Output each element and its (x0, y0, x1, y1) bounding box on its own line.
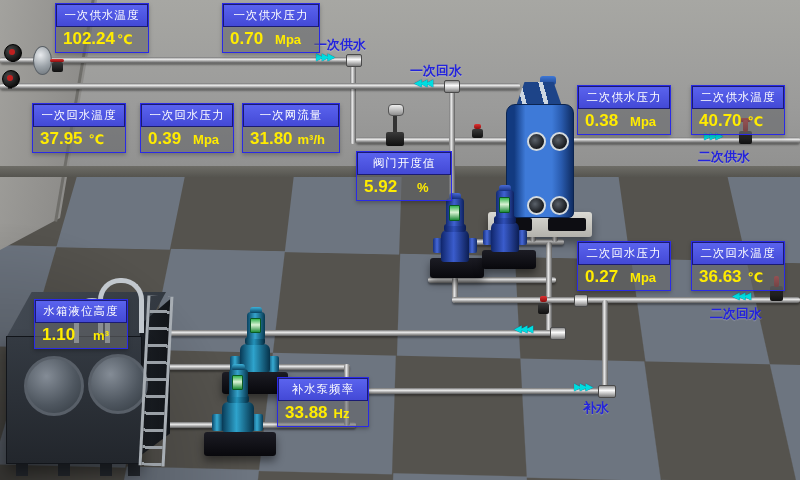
gauge-value: 36.63 (699, 267, 742, 287)
gauge-value: 1.10 (42, 325, 75, 345)
flow-arrow-left-icon: ◀◀◀ (732, 291, 749, 301)
gauge-primary-supply-temperature: 一次供水温度 102.24℃ (55, 3, 149, 53)
gauge-primary-supply-pressure: 一次供水压力 0.70Mpa (222, 3, 320, 53)
gauge-secondary-supply-temperature: 二次供水温度 40.70℃ (691, 85, 785, 135)
gauge-unit: ℃ (748, 114, 764, 129)
gauge-primary-return-pressure: 一次回水压力 0.39Mpa (140, 103, 234, 153)
control-valve-actuator (388, 104, 404, 116)
pipe-flange (444, 80, 460, 93)
flow-arrow-left-icon: ◀◀◀ (514, 324, 531, 334)
gauge-secondary-supply-pressure: 二次供水压力 0.38Mpa (577, 85, 671, 135)
gauge-label: 二次回水温度 (692, 242, 784, 265)
pump-nameplate (499, 197, 510, 213)
gauge-label: 一次回水压力 (141, 104, 233, 127)
gauge-label: 一次网流量 (243, 104, 339, 127)
small-valve (472, 129, 483, 138)
gauge-value: 5.92 (364, 177, 397, 197)
gauge-value: 0.38 (585, 111, 618, 131)
gauge-unit: ℃ (89, 132, 105, 147)
pipe-makeup (344, 388, 612, 394)
valve-handle (474, 124, 481, 129)
platform-pad (548, 218, 586, 231)
gauge-tank-level: 水箱液位高度 1.10m³ (34, 299, 128, 349)
pipe-primary-return (0, 83, 520, 89)
pump-flange (518, 230, 527, 245)
gauge-valve-opening: 阀门开度值 5.92% (356, 151, 452, 201)
pipe-makeup-riser (602, 300, 608, 392)
gauge-unit: Hz (334, 406, 350, 421)
pipe-return-drop (546, 242, 552, 334)
gauge-unit: Mpa (275, 32, 301, 47)
pipe-flange (574, 294, 588, 307)
pipe-valve-branch (356, 137, 528, 143)
gauge-unit: m³ (93, 328, 109, 343)
tank-flange (24, 356, 84, 416)
tank-flange (88, 354, 148, 414)
pipe-flange (550, 327, 566, 340)
gauge-label: 阀门开度值 (357, 152, 451, 175)
pump-cap (250, 307, 262, 313)
pipe-secondary-supply (560, 137, 800, 143)
ball-valve (52, 62, 63, 72)
pipe-label-secondary-return: 二次回水 (710, 305, 762, 323)
pump-nameplate (232, 375, 243, 390)
gauge-value: 33.88 (285, 403, 328, 423)
gauge-label: 二次供水温度 (692, 86, 784, 109)
valve-handle (540, 296, 547, 302)
gauge-secondary-return-temperature: 二次回水温度 36.63℃ (691, 241, 785, 291)
gauge-unit: m³/h (298, 132, 325, 147)
gauge-label: 水箱液位高度 (35, 300, 127, 323)
circulation-pump-1 (441, 230, 469, 262)
pipe-label-makeup: 补水 (583, 399, 609, 417)
gauge-value: 40.70 (699, 111, 742, 131)
gauge-unit: Mpa (193, 132, 219, 147)
pump-cap (232, 364, 245, 370)
pipe-primary-supply-drop (350, 60, 356, 144)
gauge-unit: Mpa (630, 270, 656, 285)
pipe-label-primary-return: 一次回水 (410, 62, 462, 80)
gauge-unit: % (417, 180, 429, 195)
gauge-secondary-return-pressure: 二次回水压力 0.27Mpa (577, 241, 671, 291)
pipe-label-secondary-supply: 二次供水 (698, 148, 750, 166)
gauge-label: 补水泵频率 (278, 378, 368, 401)
makeup-pump-2 (222, 402, 254, 432)
gauge-value: 102.24 (63, 29, 115, 49)
pipe-flange (598, 385, 616, 398)
gauge-value: 0.27 (585, 267, 618, 287)
gauge-unit: ℃ (748, 270, 764, 285)
gauge-value: 37.95 (40, 129, 83, 149)
circulation-pump-2 (491, 222, 519, 252)
tank-leg (58, 462, 70, 476)
gauge-label: 二次回水压力 (578, 242, 670, 265)
hmi-heating-station-screen: ▶▶▶ ◀◀◀ ▶▶▶ ◀◀◀ ▶▶▶ ◀◀◀ 一次供水 一次回水 二次供水 二… (0, 0, 800, 480)
valve-handle (50, 59, 64, 62)
valve-hub (9, 49, 15, 55)
valve-hub (7, 75, 13, 81)
pump-cap (499, 185, 511, 191)
gauge-unit: ℃ (117, 32, 133, 47)
heat-exchanger-port (527, 196, 546, 215)
pipe-flange (346, 54, 362, 67)
gauge-label: 一次供水压力 (223, 4, 319, 27)
gauge-unit: Mpa (630, 114, 656, 129)
gauge-value: 0.70 (230, 29, 263, 49)
gauge-primary-return-temperature: 一次回水温度 37.95℃ (32, 103, 126, 153)
pump-nameplate (250, 318, 261, 333)
heat-exchanger-port (550, 196, 569, 215)
drop-valve (538, 303, 549, 314)
tank-leg (100, 462, 112, 476)
gauge-label: 二次供水压力 (578, 86, 670, 109)
pump-base (482, 250, 536, 269)
gauge-primary-network-flow: 一次网流量 31.80m³/h (242, 103, 340, 153)
control-valve (386, 132, 404, 146)
gauge-label: 一次回水温度 (33, 104, 125, 127)
gauge-value: 31.80 (250, 129, 293, 149)
pump-flange (468, 238, 477, 253)
gauge-label: 一次供水温度 (56, 4, 148, 27)
pump-nameplate (449, 205, 460, 221)
gauge-value: 0.39 (148, 129, 181, 149)
heat-exchanger-port (527, 132, 546, 151)
pipe-tank-return (146, 330, 560, 336)
pump-base (204, 432, 276, 456)
flow-arrow-right-icon: ▶▶▶ (574, 382, 591, 392)
